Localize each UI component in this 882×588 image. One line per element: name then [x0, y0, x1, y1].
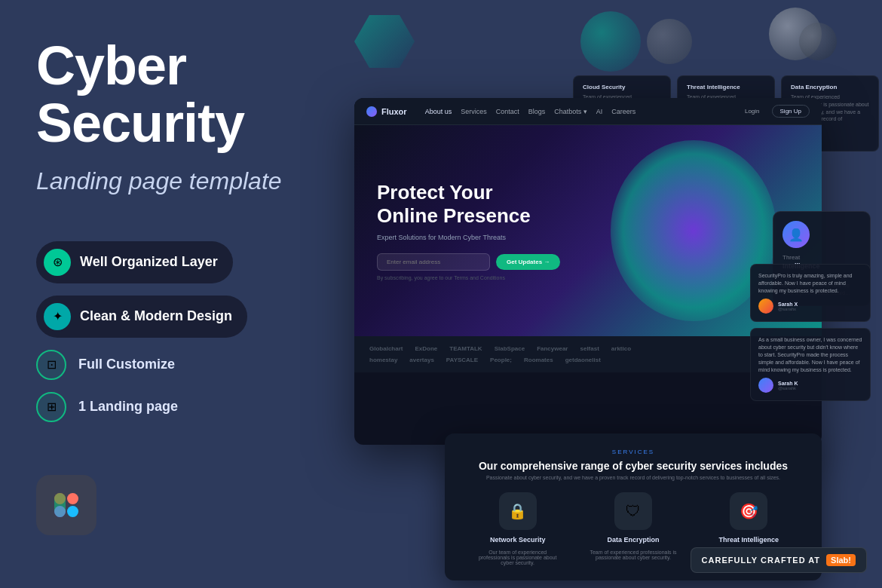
partner-getdaonelist: getdaonelist [565, 357, 601, 363]
cta-button[interactable]: Get Updates → [496, 254, 560, 270]
shape-sphere-right [769, 8, 822, 60]
services-desc: Passionate about cyber security, and we … [460, 475, 807, 480]
svg-rect-4 [54, 493, 66, 517]
partner-globalchart: Globalchart [369, 345, 403, 352]
review-card-2: As a small business owner, I was concern… [750, 328, 871, 401]
crafted-badge: CAREFULLY CRAFTED AT Slab! [691, 547, 867, 573]
nav-logo: Fluxor [366, 106, 407, 117]
reviewer-handle-1: @sarahx [778, 307, 798, 311]
hero-input-row: Get Updates → [377, 253, 799, 271]
design-icon: ✦ [44, 303, 71, 330]
reviewer-avatar-2 [758, 378, 773, 393]
review-text-2: As a small business owner, I was concern… [758, 336, 862, 373]
browser-navbar: Fluxor About us Services Contact Blogs C… [354, 98, 822, 125]
threat-icon: 🎯 [730, 492, 767, 530]
partners-row-1: Globalchart ExDone TEAMTALK SlabSpace Fa… [369, 345, 807, 352]
feature-label-4: 1 Landing page [78, 399, 178, 415]
nav-blogs[interactable]: Blogs [528, 108, 546, 115]
partners-row-2: homestay avertays PAYSCALE People; Rooma… [369, 357, 807, 363]
nav-about[interactable]: About us [425, 108, 452, 115]
partner-selfast: selfast [580, 345, 599, 352]
crafted-text: CAREFULLY CRAFTED AT [702, 556, 821, 565]
nav-ai[interactable]: AI [596, 108, 603, 115]
slab-brand: Slab! [826, 554, 856, 566]
partner-arktico: arktico [611, 345, 631, 352]
subtitle: Landing page template [36, 167, 326, 195]
login-button[interactable]: Login [739, 106, 766, 117]
nav-links: About us Services Contact Blogs Chatbots… [425, 108, 733, 115]
partner-slabspace: SlabSpace [495, 345, 525, 352]
services-label: SERVICES [460, 449, 807, 455]
service-name-3: Threat Intelligence [719, 536, 779, 544]
feature-label-2: Clean & Modern Design [80, 308, 232, 324]
signup-button[interactable]: Sign Up [772, 105, 810, 118]
partner-homestay: homestay [369, 357, 397, 363]
terms-text: By subscribing, you agree to our Terms a… [377, 275, 799, 280]
partner-fancywear: Fancywear [537, 345, 568, 352]
nav-contact[interactable]: Contact [496, 108, 519, 115]
reviewer-name-1: Sarah X [778, 302, 798, 307]
reviewer-name-2: Sarah K [778, 381, 798, 386]
feature-label-3: Full Customize [78, 357, 175, 372]
feature-modern-design: ✦ Clean & Modern Design [36, 296, 326, 338]
customize-icon: ⊡ [36, 350, 66, 380]
email-input[interactable] [377, 253, 490, 271]
partner-payscale: PAYSCALE [446, 357, 478, 363]
nav-actions: Login Sign Up [739, 105, 810, 118]
feature-full-customize: ⊡ Full Customize [36, 350, 326, 380]
figma-badge [36, 475, 96, 535]
service-network: 🔒 Network Security Our team of experienc… [473, 492, 563, 565]
shape-sphere-mid [580, 11, 692, 72]
reviewer-1: Sarah X @sarahx [758, 299, 862, 314]
shape-hex-top [354, 15, 415, 68]
network-icon: 🔒 [499, 492, 537, 530]
layers-icon: ⊛ [44, 249, 71, 276]
nav-careers[interactable]: Careers [611, 108, 635, 115]
svg-rect-1 [67, 493, 78, 504]
feature-label-1: Well Organized Layer [80, 254, 218, 270]
logo-dot [366, 106, 377, 117]
svg-point-3 [67, 506, 78, 517]
service-name-1: Network Security [490, 536, 546, 544]
encryption-icon: 🛡 [614, 492, 652, 530]
hero-subtitle: Expert Solutions for Modern Cyber Threat… [377, 234, 799, 241]
review-card-1: SecurityPro is truly amazing, simple and… [750, 264, 871, 322]
partner-teamtalk: TEAMTALK [449, 345, 482, 352]
landing-icon: ⊞ [36, 392, 66, 422]
left-panel: Cyber Security Landing page template ⊛ W… [0, 0, 362, 588]
features-list: ⊛ Well Organized Layer ✦ Clean & Modern … [36, 241, 326, 422]
nav-services[interactable]: Services [461, 108, 487, 115]
partner-roomates: Roomates [524, 357, 553, 363]
service-encryption: 🛡 Data Encryption Team of experienced pr… [588, 492, 678, 565]
partner-exdone: ExDone [415, 345, 437, 352]
reviewer-avatar-1 [758, 299, 773, 314]
nav-chatbots[interactable]: Chatbots ▾ [554, 108, 587, 115]
reviewer-handle-2: @sarahk [778, 386, 798, 390]
hero-title: Protect Your Online Presence [377, 181, 588, 228]
feature-organized-layer: ⊛ Well Organized Layer [36, 241, 326, 283]
service-desc-1: Our team of experienced professionals is… [473, 550, 563, 565]
services-title: Our comprehensive range of cyber securit… [460, 460, 807, 472]
main-title: Cyber Security [36, 38, 326, 152]
partner-people: People; [490, 357, 512, 363]
feature-landing-page: ⊞ 1 Landing page [36, 392, 326, 422]
service-name-2: Data Encryption [607, 536, 659, 544]
reviewer-2: Sarah K @sarahk [758, 378, 862, 393]
service-desc-2: Team of experienced professionals is pas… [588, 550, 678, 560]
reviews-panel: SecurityPro is truly amazing, simple and… [750, 264, 871, 401]
partner-avertays: avertays [409, 357, 433, 363]
